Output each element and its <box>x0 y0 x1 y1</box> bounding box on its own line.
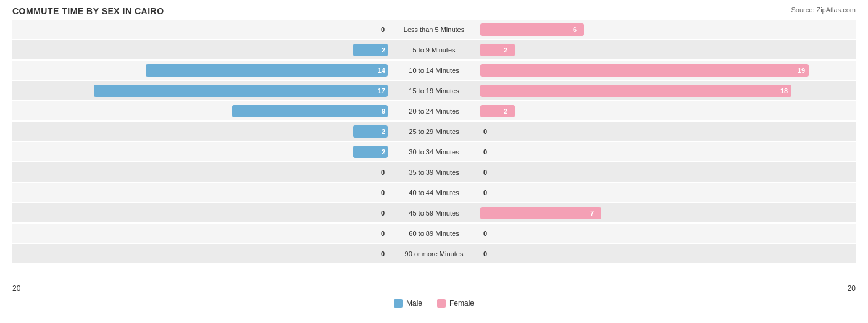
female-value: 0 <box>483 189 487 196</box>
chart-row: 15 to 19 Minutes1718 <box>12 81 856 100</box>
bar-male <box>94 85 388 97</box>
chart-title: COMMUTE TIME BY SEX IN CAIRO <box>12 6 856 16</box>
chart-area: Less than 5 Minutes065 to 9 Minutes2210 … <box>12 20 856 279</box>
male-value: 2 <box>382 128 385 135</box>
row-label: 10 to 14 Minutes <box>409 67 459 74</box>
male-value: 2 <box>382 148 385 156</box>
male-value: 0 <box>381 209 385 217</box>
male-value: 0 <box>381 169 385 176</box>
row-label: 20 to 24 Minutes <box>409 107 459 115</box>
bar-female <box>480 44 515 56</box>
female-value: 18 <box>780 87 788 94</box>
male-value: 17 <box>378 87 385 94</box>
female-value: 0 <box>483 250 487 258</box>
chart-row: 10 to 14 Minutes1419 <box>12 61 856 80</box>
male-value: 9 <box>382 107 385 115</box>
bar-male <box>232 105 388 117</box>
row-label: 35 to 39 Minutes <box>409 169 459 176</box>
row-label: 90 or more Minutes <box>405 250 464 258</box>
legend: Male Female <box>12 299 856 308</box>
female-value: 2 <box>504 46 507 54</box>
row-label: 25 to 29 Minutes <box>409 128 459 135</box>
legend-female-label: Female <box>449 299 474 308</box>
legend-female-box <box>437 299 446 308</box>
row-label: Less than 5 Minutes <box>404 26 464 33</box>
legend-female: Female <box>437 299 474 308</box>
female-value: 0 <box>483 230 487 237</box>
chart-row: 5 to 9 Minutes22 <box>12 40 856 59</box>
bar-female <box>480 64 809 77</box>
legend-male-box <box>394 299 403 308</box>
chart-row: 30 to 34 Minutes20 <box>12 142 856 161</box>
bar-female <box>480 105 515 117</box>
row-label: 15 to 19 Minutes <box>409 87 459 94</box>
female-value: 0 <box>483 169 487 176</box>
row-label: 40 to 44 Minutes <box>409 189 459 196</box>
chart-row: 90 or more Minutes00 <box>12 244 856 263</box>
row-label: 45 to 59 Minutes <box>409 209 459 217</box>
male-value: 14 <box>378 67 385 74</box>
male-value: 0 <box>381 250 385 258</box>
female-value: 6 <box>573 26 577 33</box>
chart-row: 20 to 24 Minutes92 <box>12 101 856 120</box>
chart-container: COMMUTE TIME BY SEX IN CAIRO Source: Zip… <box>0 0 868 323</box>
chart-row: Less than 5 Minutes06 <box>12 20 856 39</box>
bar-female <box>480 85 791 97</box>
male-value: 0 <box>381 189 385 196</box>
row-label: 30 to 34 Minutes <box>409 148 459 156</box>
axis-right-label: 20 <box>848 284 856 293</box>
male-value: 2 <box>382 46 385 54</box>
legend-male-label: Male <box>406 299 422 308</box>
chart-row: 25 to 29 Minutes20 <box>12 122 856 141</box>
male-value: 0 <box>381 26 385 33</box>
female-value: 19 <box>798 67 805 74</box>
legend-male: Male <box>394 299 422 308</box>
row-label: 60 to 89 Minutes <box>409 230 459 237</box>
axis-left-label: 20 <box>12 284 20 293</box>
source-text: Source: ZipAtlas.com <box>791 6 856 14</box>
female-value: 0 <box>483 148 487 156</box>
bar-male <box>146 64 388 77</box>
chart-row: 60 to 89 Minutes00 <box>12 224 856 243</box>
male-value: 0 <box>381 230 385 237</box>
bar-female <box>480 207 601 219</box>
chart-row: 40 to 44 Minutes00 <box>12 183 856 202</box>
axis-bottom: 20 20 <box>12 282 856 295</box>
female-value: 2 <box>504 107 507 115</box>
row-label: 5 to 9 Minutes <box>412 46 455 54</box>
female-value: 0 <box>483 128 487 135</box>
bar-female <box>480 23 584 36</box>
chart-row: 35 to 39 Minutes00 <box>12 162 856 182</box>
chart-row: 45 to 59 Minutes07 <box>12 203 856 222</box>
female-value: 7 <box>590 209 594 217</box>
